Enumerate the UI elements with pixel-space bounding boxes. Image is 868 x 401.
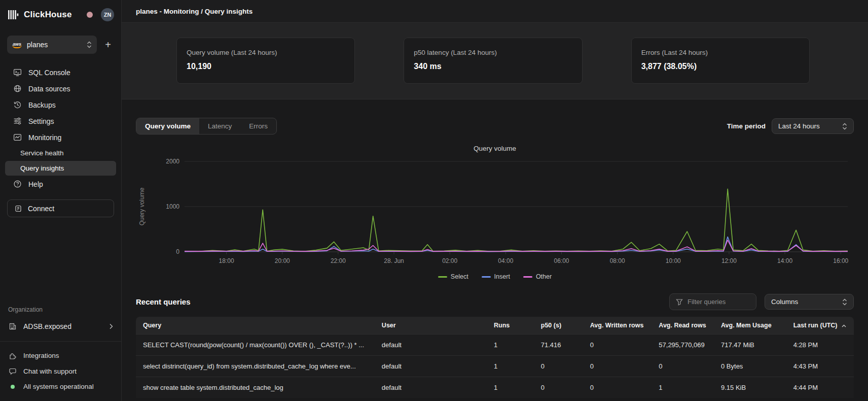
- chevron-up-down-icon: [87, 41, 92, 48]
- svg-text:12:00: 12:00: [721, 257, 737, 264]
- plug-icon: [14, 204, 22, 213]
- chart-title: Query volume: [136, 145, 854, 152]
- table-row[interactable]: select distrinct(query_id) from system.d…: [136, 356, 854, 377]
- sidebar-item-service-health[interactable]: Service health: [5, 146, 116, 160]
- sidebar-item-backups[interactable]: Backups: [5, 97, 116, 113]
- breadcrumb-title: planes - Monitoring / Query insights: [136, 8, 252, 15]
- legend-item-other[interactable]: Other: [523, 273, 552, 280]
- column-header-p50[interactable]: p50 (s): [534, 317, 583, 335]
- metric-label: Query volume (Last 24 hours): [187, 49, 345, 56]
- chat-bubble-icon: [8, 367, 17, 376]
- tab-errors[interactable]: Errors: [240, 118, 276, 134]
- column-header-query[interactable]: Query: [136, 317, 375, 335]
- sidebar-item-data-sources[interactable]: Data sources: [5, 81, 116, 96]
- table-row[interactable]: SELECT CAST(round(pow(count() / max(coun…: [136, 335, 854, 356]
- metric-card-p50-latency: p50 latency (Last 24 hours) 340 ms: [404, 38, 582, 84]
- organization-section-label: Organization: [0, 306, 121, 313]
- cell-mem: 0 Bytes: [714, 356, 786, 377]
- legend-item-select[interactable]: Select: [438, 273, 468, 280]
- cell-user: default: [375, 335, 487, 356]
- metric-value: 340 ms: [414, 62, 572, 71]
- legend-item-insert[interactable]: Insert: [482, 273, 510, 280]
- sliders-icon: [13, 117, 22, 125]
- tab-latency[interactable]: Latency: [199, 118, 240, 134]
- table-row[interactable]: show create table system.distributed_cac…: [136, 377, 854, 398]
- svg-text:14:00: 14:00: [777, 257, 792, 264]
- add-service-button[interactable]: +: [102, 39, 114, 51]
- sidebar-item-query-insights[interactable]: Query insights: [5, 161, 116, 176]
- sidebar-item-settings[interactable]: Settings: [5, 113, 116, 129]
- cell-read: 0: [652, 356, 714, 377]
- svg-text:10:00: 10:00: [666, 257, 681, 264]
- status-ok-icon: [11, 385, 15, 389]
- restore-clock-icon: [13, 101, 22, 109]
- cell-runs: 1: [487, 356, 534, 377]
- footer-item-label: Chat with support: [23, 367, 77, 375]
- column-header-last-run[interactable]: Last run (UTC): [786, 317, 854, 335]
- terminal-icon: [13, 68, 22, 77]
- column-header-avg-written-rows[interactable]: Avg. Written rows: [583, 317, 652, 335]
- sidebar-item-monitoring[interactable]: Monitoring: [5, 129, 116, 145]
- metrics-strip: Query volume (Last 24 hours) 10,190 p50 …: [122, 23, 868, 99]
- service-selector[interactable]: aws planes: [7, 36, 97, 54]
- svg-text:16:00: 16:00: [833, 257, 848, 264]
- time-period-value: Last 24 hours: [778, 122, 820, 130]
- cell-last-run: 4:43 PM: [786, 356, 854, 377]
- sidebar-item-help[interactable]: Help: [5, 176, 116, 192]
- sidebar-item-label: Settings: [28, 117, 54, 125]
- svg-text:28. Jun: 28. Jun: [384, 257, 404, 264]
- connect-label: Connect: [28, 205, 54, 213]
- cell-written: 0: [583, 377, 652, 398]
- legend-swatch: [438, 276, 447, 278]
- cell-written: 0: [583, 356, 652, 377]
- cell-mem: 717.47 MiB: [714, 335, 786, 356]
- cell-written: 0: [583, 335, 652, 356]
- topbar: planes - Monitoring / Query insights: [122, 0, 868, 23]
- puzzle-icon: [8, 351, 17, 360]
- column-header-user[interactable]: User: [375, 317, 487, 335]
- funnel-icon: [676, 298, 683, 306]
- cell-query: show create table system.distributed_cac…: [136, 377, 375, 398]
- main-area: planes - Monitoring / Query insights Que…: [122, 0, 868, 401]
- cell-user: default: [375, 377, 487, 398]
- cell-p50: 0: [534, 377, 583, 398]
- brand-name: ClickHouse: [24, 10, 72, 20]
- column-header-avg-read-rows[interactable]: Avg. Read rows: [652, 317, 714, 335]
- integrations-link[interactable]: Integrations: [0, 348, 121, 363]
- sidebar-item-sql-console[interactable]: SQL Console: [5, 64, 116, 80]
- tab-query-volume[interactable]: Query volume: [136, 118, 199, 134]
- metric-label: p50 latency (Last 24 hours): [414, 49, 572, 56]
- svg-text:04:00: 04:00: [498, 257, 513, 264]
- cell-query: select distrinct(query_id) from system.d…: [136, 356, 375, 377]
- sort-ascending-icon: [842, 324, 846, 327]
- help-icon: [13, 180, 22, 188]
- connect-button[interactable]: Connect: [7, 199, 114, 217]
- legend-swatch: [482, 276, 491, 278]
- sidebar-item-label: Monitoring: [28, 133, 61, 142]
- sidebar-nav: SQL Console Data sources Backups: [0, 64, 121, 192]
- metric-card-errors: Errors (Last 24 hours) 3,877 (38.05%): [631, 38, 810, 84]
- chevron-up-down-icon: [842, 123, 847, 130]
- sidebar-item-label: Help: [28, 180, 43, 188]
- organization-item[interactable]: ADSB.exposed: [0, 318, 121, 334]
- sidebar: ClickHouse ZN aws planes + SQL C: [0, 0, 122, 401]
- organization-name: ADSB.exposed: [23, 322, 71, 330]
- system-status-link[interactable]: All systems operational: [0, 379, 121, 394]
- metric-card-query-volume: Query volume (Last 24 hours) 10,190: [176, 38, 355, 84]
- columns-select[interactable]: Columns: [765, 294, 854, 310]
- recent-queries-table: Query User Runs p50 (s) Avg. Written row…: [136, 317, 854, 398]
- time-period-select[interactable]: Last 24 hours: [772, 118, 854, 134]
- filter-queries-input[interactable]: [688, 298, 750, 306]
- chevron-up-down-icon: [842, 298, 847, 306]
- cell-user: default: [375, 356, 487, 377]
- cell-runs: 1: [487, 377, 534, 398]
- svg-text:0: 0: [176, 248, 179, 255]
- metric-value: 3,877 (38.05%): [641, 62, 800, 71]
- chevron-right-icon: [109, 323, 113, 329]
- column-header-runs[interactable]: Runs: [487, 317, 534, 335]
- svg-text:06:00: 06:00: [554, 257, 569, 264]
- brand-row: ClickHouse ZN: [0, 6, 121, 23]
- column-header-avg-mem-usage[interactable]: Avg. Mem Usage: [714, 317, 786, 335]
- user-avatar[interactable]: ZN: [101, 8, 114, 21]
- chat-with-support-link[interactable]: Chat with support: [0, 363, 121, 379]
